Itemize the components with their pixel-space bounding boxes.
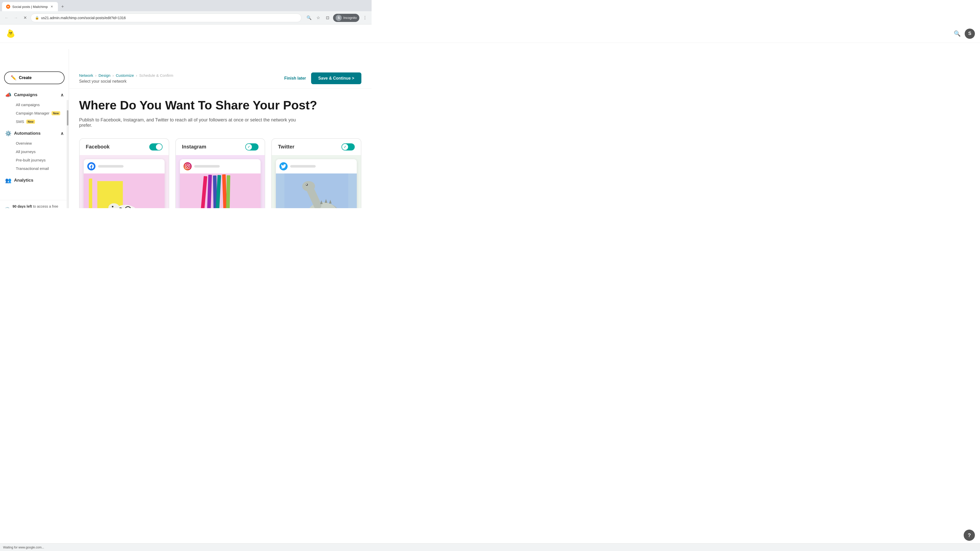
facebook-avatar [87,162,95,170]
svg-point-42 [306,184,307,185]
prebuilt-journeys-label: Pre-built journeys [16,158,46,162]
instagram-card-header: Instagram ✓ [176,139,265,155]
facebook-toggle-knob [156,144,162,150]
analytics-section: 👥 Analytics [0,175,68,186]
pencil-icon: ✏️ [11,75,16,81]
star-icon[interactable]: ☆ [315,14,322,21]
sidebar-item-all-journeys[interactable]: All journeys [13,148,67,156]
analytics-icon: 👥 [5,177,11,183]
app-topbar: 🔍 S [0,24,372,43]
header-left: Network › Design › Customize › Schedule … [79,73,173,84]
more-options-icon[interactable]: ⋮ [361,14,369,21]
browser-actions: 🔍 ☆ ⊡ S Incognito ⋮ [305,14,369,22]
tab-title: Social posts | Mailchimp [12,5,48,9]
address-bar[interactable]: 🔒 us21.admin.mailchimp.com/social-posts/… [30,14,301,22]
page-description: Publish to Facebook, Instagram, and Twit… [79,118,309,128]
sidebar-item-sms[interactable]: SMS New [13,118,67,126]
instagram-post-header [180,159,261,173]
instagram-toggle[interactable]: ✓ [245,143,259,151]
analytics-label: Analytics [14,178,33,183]
analytics-header-left: 👥 Analytics [5,177,33,183]
sidebar-item-all-campaigns[interactable]: All campaigns [13,100,67,109]
sidebar-item-prebuilt-journeys[interactable]: Pre-built journeys [13,156,67,164]
breadcrumb-sep-1: › [95,73,97,78]
facebook-name-placeholder [98,165,124,168]
twitter-label: Twitter [278,144,294,150]
facebook-card: Facebook [79,138,169,208]
page-subtitle: Select your social network [79,79,173,84]
automations-header-left: ⚙️ Automations [5,130,41,137]
facebook-card-header: Facebook [80,139,169,155]
twitter-post-preview [276,159,357,208]
reload-button[interactable]: ✕ [21,14,29,21]
save-continue-button[interactable]: Save & Continue > [311,73,361,84]
breadcrumb-network[interactable]: Network [79,73,93,78]
sidebar-scrollbar-thumb [67,110,68,125]
svg-point-5 [11,32,12,33]
facebook-preview [80,155,169,208]
sidebar-scrollbar[interactable] [67,100,68,208]
all-campaigns-label: All campaigns [16,103,40,107]
browser-chrome: M Social posts | Mailchimp ✕ + ← → ✕ 🔒 u… [0,0,372,24]
mailchimp-logo[interactable] [5,28,16,39]
finish-later-button[interactable]: Finish later [284,76,306,81]
app-layout: ✏️ Create 📣 Campaigns ∧ All campaigns Ca… [0,49,372,208]
svg-rect-7 [97,181,123,208]
back-button[interactable]: ← [3,14,10,21]
new-tab-button[interactable]: + [59,3,66,10]
instagram-name-placeholder [194,165,220,168]
browser-bar: ← → ✕ 🔒 us21.admin.mailchimp.com/social-… [0,11,372,24]
facebook-toggle[interactable] [149,143,162,151]
lock-icon: 🔒 [35,16,39,20]
sidebar-bottom: 🕐 90 days left to access a free trial. S… [0,200,68,208]
split-screen-icon[interactable]: ⊡ [324,14,331,21]
instagram-toggle-knob: ✓ [246,144,252,150]
tab-close-button[interactable]: ✕ [50,5,54,9]
url-text: us21.admin.mailchimp.com/social-posts/ed… [41,16,126,20]
page-title: Where Do You Want To Share Your Post? [79,99,361,112]
page-body: Where Do You Want To Share Your Post? Pu… [69,89,372,208]
overview-label: Overview [16,141,32,145]
search-icon[interactable]: 🔍 [305,14,313,21]
sidebar-item-campaign-manager[interactable]: Campaign Manager New [13,109,67,118]
breadcrumb-sep-3: › [136,73,137,78]
active-tab[interactable]: M Social posts | Mailchimp ✕ [2,2,58,11]
incognito-button[interactable]: S Incognito [333,14,360,22]
facebook-post-preview [84,159,165,208]
trial-days-text: 90 days left to access a free trial. [13,204,65,208]
main-content: Network › Design › Customize › Schedule … [69,49,372,208]
automations-icon: ⚙️ [5,130,11,137]
incognito-label: Incognito [343,16,357,20]
twitter-card: Twitter ✓ [271,138,361,208]
instagram-image-preview [180,173,261,208]
svg-point-40 [302,181,315,191]
tab-favicon: M [6,5,10,9]
analytics-nav-header[interactable]: 👥 Analytics [2,175,67,186]
forward-button[interactable]: → [12,14,19,21]
days-left-count: 90 days left [13,204,32,208]
clock-icon: 🕐 [4,207,11,208]
twitter-toggle[interactable]: ✓ [342,143,355,151]
campaigns-label: Campaigns [14,92,38,97]
breadcrumb-schedule: Schedule & Confirm [139,73,173,78]
sidebar-item-transactional-email[interactable]: Transactional email [13,164,67,173]
trial-info: 🕐 90 days left to access a free trial. [4,204,65,208]
instagram-avatar [183,162,192,170]
campaigns-collapse-icon: ∧ [60,92,64,98]
breadcrumb-sep-2: › [113,73,114,78]
instagram-label: Instagram [182,144,207,150]
campaigns-header-left: 📣 Campaigns [5,92,38,98]
twitter-post-header [276,159,357,173]
breadcrumb-design[interactable]: Design [99,73,110,78]
twitter-toggle-knob: ✓ [342,144,348,150]
campaigns-sub-menu: All campaigns Campaign Manager New SMS N… [2,100,67,126]
sidebar: ✏️ Create 📣 Campaigns ∧ All campaigns Ca… [0,49,69,208]
breadcrumb-customize[interactable]: Customize [116,73,134,78]
campaign-manager-label: Campaign Manager [16,111,49,115]
sidebar-item-overview[interactable]: Overview [13,139,67,148]
twitter-image-preview [276,173,357,208]
create-button[interactable]: ✏️ Create [4,71,65,84]
instagram-preview [176,155,265,208]
campaigns-nav-header[interactable]: 📣 Campaigns ∧ [2,89,67,100]
automations-nav-header[interactable]: ⚙️ Automations ∧ [2,128,67,139]
